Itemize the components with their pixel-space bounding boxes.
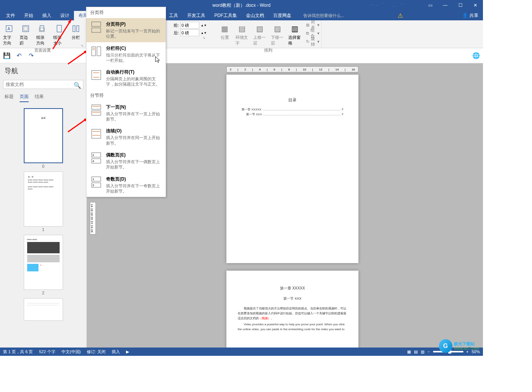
text-wrap-break-item[interactable]: 自动换行符(T)分隔网页上的对象周围的文字，如分隔题注文字与正文。	[86, 66, 166, 90]
menu-baidu[interactable]: 百度网盘	[269, 11, 296, 20]
tab-headings[interactable]: 标题	[5, 93, 14, 102]
save-button[interactable]: 💾	[3, 52, 11, 60]
wrap-label: 环绕文字	[235, 35, 249, 46]
svg-rect-19	[92, 111, 101, 115]
menu-tools[interactable]: 工具	[165, 11, 183, 20]
arrange-group-label: 排列	[264, 47, 272, 54]
backward-button[interactable]: ▨ 下移一层	[269, 21, 286, 47]
svg-rect-3	[24, 27, 28, 31]
status-track-changes[interactable]: 修订: 关闭	[87, 349, 106, 355]
spacing-after-input[interactable]	[180, 29, 199, 36]
minimize-button[interactable]: —	[438, 0, 453, 11]
status-page[interactable]: 第 1 页，共 6 页	[3, 349, 33, 355]
selection-pane-label: 选择窗格	[288, 35, 301, 46]
menu-file[interactable]: 文件	[2, 11, 20, 20]
backward-icon: ▨	[271, 23, 283, 35]
titlebar: word教程（新）.docx - Word ▭ — ☐ ✕	[0, 0, 483, 11]
view-web-icon[interactable]: ▥	[421, 349, 424, 354]
share-button[interactable]: 👤 共享	[459, 12, 481, 20]
text-direction-icon: A	[3, 23, 15, 35]
forward-button[interactable]: ▧ 上移一层	[252, 21, 268, 47]
status-language[interactable]: 中文(中国)	[62, 349, 81, 355]
undo-button[interactable]: ↶	[15, 52, 23, 60]
menu-pdf[interactable]: PDF工具集	[210, 11, 241, 20]
qat-btn-1[interactable]: 🌐	[472, 52, 480, 60]
page-thumbnail-3[interactable]	[24, 298, 63, 321]
backward-label: 下移一层	[271, 35, 284, 46]
watermark-logo-icon: G	[439, 339, 452, 353]
status-record-icon[interactable]: ▶	[126, 349, 129, 354]
dropdown-section-page-breaks: 分页符	[86, 7, 166, 18]
selection-pane-button[interactable]: ▥ 选择窗格	[287, 21, 303, 47]
svg-rect-12	[97, 47, 101, 56]
page-thumbnail-2[interactable]: xxxxx xxxxx⊙	[24, 235, 63, 290]
odd-page-break-item[interactable]: 13 奇数页(D)插入分节符并在下一奇数页上开始新节。	[86, 173, 166, 197]
page-break-item[interactable]: 分页符(P)标记一页结束与下一页开始的位置。	[86, 18, 166, 42]
svg-rect-18	[92, 105, 101, 109]
person-icon: 👤	[462, 13, 468, 18]
thumbnails-list[interactable]: 目录 0 第一章xxxxx xxxxx xxxxx xxxxx xxxxxxxx…	[0, 105, 86, 348]
search-icon[interactable]: 🔍	[74, 82, 81, 89]
menu-developer[interactable]: 开发工具	[183, 11, 210, 20]
svg-rect-4	[40, 26, 44, 31]
margins-button[interactable]: 页边距	[18, 21, 33, 47]
view-read-icon[interactable]: ▦	[407, 349, 411, 354]
forward-label: 上移一层	[253, 35, 266, 46]
watermark: G 极光下载站 www.xz7.com	[439, 339, 479, 353]
odd-page-icon: 13	[90, 176, 102, 188]
svg-rect-2	[23, 26, 29, 32]
forward-icon: ▧	[254, 23, 266, 35]
close-button[interactable]: ✕	[468, 0, 483, 11]
page-thumbnail-0[interactable]: 目录	[24, 108, 63, 163]
share-label: 共享	[469, 12, 478, 19]
position-button[interactable]: ▦ 位置	[217, 21, 232, 47]
wrap-button[interactable]: ▤ 环绕文字	[234, 21, 250, 47]
svg-rect-9	[92, 22, 101, 26]
menu-jinshan[interactable]: 金山文档	[241, 11, 269, 20]
maximize-button[interactable]: ☐	[453, 0, 468, 11]
redo-button[interactable]: ↷	[27, 52, 35, 60]
document-page-1[interactable]: 目录 第一章 XXXXX 2 第一节 XXX 2	[226, 75, 358, 263]
paragraph: Video provides a powerful way to help yo…	[238, 322, 347, 332]
warning-icon[interactable]: ⚠	[398, 12, 403, 19]
menu-home[interactable]: 开始	[20, 11, 38, 20]
text-wrap-icon	[90, 69, 102, 81]
tell-me-search[interactable]: 告诉我您想要做什么...	[296, 13, 344, 18]
text-direction-button[interactable]: A 文字方向	[2, 21, 17, 47]
column-break-item[interactable]: 分栏符(C)指示分栏符后面的文字将从下一栏开始。	[86, 42, 166, 66]
main-area: 导航 🔍 标题 页面 结果 目录 0 第一章xxxxx xxxxx xxxxx …	[0, 63, 483, 348]
tab-pages[interactable]: 页面	[20, 93, 29, 102]
tab-results[interactable]: 结果	[35, 93, 44, 102]
zoom-out-button[interactable]: −	[427, 349, 430, 354]
orientation-button[interactable]: 纸张方向	[35, 21, 50, 47]
column-break-icon	[90, 45, 102, 57]
text-direction-label: 文字方向	[3, 35, 15, 46]
watermark-url: www.xz7.com	[454, 346, 479, 351]
orientation-label: 纸张方向	[36, 35, 48, 46]
nav-tabs: 标题 页面 结果	[0, 90, 86, 105]
thumb-label-2: 2	[24, 291, 63, 295]
next-page-icon	[90, 104, 102, 116]
view-print-icon[interactable]: ▤	[414, 349, 418, 354]
even-page-break-item[interactable]: 24 偶数页(E)插入分节符并在下一偶数页上开始新节。	[86, 149, 166, 173]
rotate-button[interactable]: ↻ 旋转 ▾	[306, 38, 320, 45]
continuous-break-item[interactable]: 连续(O)插入分节符并在同一页上开始新节。	[86, 125, 166, 149]
page-setup-group-label: 页面设置	[34, 47, 51, 54]
dropdown-section-section-breaks: 分节符	[86, 90, 166, 101]
next-page-break-item[interactable]: 下一页(N)插入分节符并在下一页上开始新节。	[86, 101, 166, 125]
even-page-icon: 24	[90, 152, 102, 164]
svg-marker-34	[68, 19, 72, 23]
ribbon-options-icon[interactable]: ▭	[423, 0, 438, 11]
document-page-2[interactable]: 第一章 XXXXX 第一节 XXX 视频提供了功能强大的方法帮助您证明您的观点。…	[226, 271, 358, 348]
wrap-icon: ▤	[236, 23, 248, 35]
spacing-before-input[interactable]	[180, 22, 199, 29]
search-input[interactable]	[3, 80, 83, 89]
status-words[interactable]: 522 个字	[39, 349, 55, 355]
dialog-launcher-icon[interactable]: ↘	[203, 36, 205, 40]
horizontal-ruler: 2|2|4|6|8|10|12|14|16	[226, 66, 358, 72]
status-insert-mode[interactable]: 插入	[112, 349, 120, 355]
page-break-icon	[90, 21, 102, 33]
page-thumbnail-1[interactable]: 第一章xxxxx xxxxx xxxxx xxxxx xxxxxxxxxx xx…	[24, 172, 63, 227]
paragraph: 视频提供了功能强大的方法帮助您证明您的观点。当您单击联机视频时，可以在想要添加的…	[238, 306, 347, 321]
spacing-after-label: 后:	[174, 30, 179, 36]
